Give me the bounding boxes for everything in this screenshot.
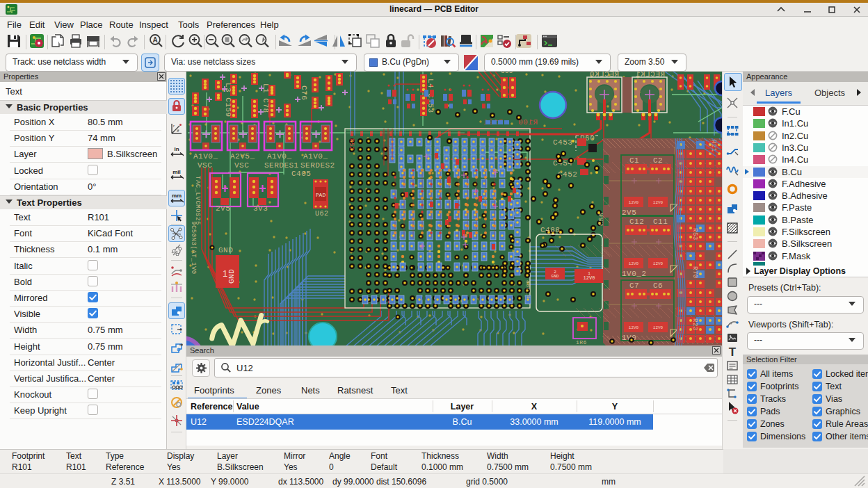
svg-text:GND: GND [552, 274, 559, 279]
svg-text:A1V0_: A1V0_ [267, 152, 292, 161]
svg-text:C83: C83 [192, 72, 204, 74]
svg-text:A1V0_: A1V0_ [303, 152, 328, 161]
svg-text:12V0: 12V0 [629, 200, 639, 205]
svg-text:C6: C6 [653, 282, 663, 290]
svg-text:r: r [173, 124, 175, 128]
svg-text:mil: mil [172, 169, 181, 175]
svg-text:SERDES2: SERDES2 [300, 161, 335, 170]
svg-text:A: A [152, 36, 157, 44]
svg-text:a8C_4: a8C_4 [525, 280, 531, 299]
svg-text:C7: C7 [629, 282, 639, 290]
svg-text:R23: R23 [691, 318, 698, 331]
svg-text:L3 C159: L3 C159 [224, 83, 232, 117]
svg-text:C405: C405 [291, 170, 311, 178]
svg-text:VSC: VSC [234, 161, 249, 170]
svg-text:12V0: 12V0 [653, 200, 664, 205]
svg-text:mm: mm [172, 193, 182, 199]
svg-text:12V0: 12V0 [584, 275, 595, 281]
svg-text:SERDES1: SERDES1 [264, 161, 299, 170]
svg-text:R52: R52 [348, 138, 355, 151]
svg-text:RECLK1: RECLK1 [635, 72, 665, 79]
svg-text:12V0: 12V0 [653, 261, 664, 266]
svg-text:GND: GND [227, 269, 236, 284]
svg-text:R70: R70 [691, 266, 698, 279]
svg-text:C12: C12 [629, 218, 644, 226]
svg-text:R53: R53 [691, 228, 698, 241]
svg-text:A2V5_: A2V5_ [230, 152, 255, 161]
svg-text:A1V0_: A1V0_ [193, 152, 218, 161]
svg-text:9C50N3(AT_1V0: 9C50N3(AT_1V0 [190, 221, 197, 275]
svg-text:C11: C11 [653, 218, 668, 226]
svg-text:C1: C1 [629, 156, 639, 165]
svg-text:TAC_LVCMOS25: TAC_LVCMOS25 [194, 176, 201, 225]
svg-text:2V5: 2V5 [216, 204, 230, 213]
svg-text:θ: θ [177, 129, 179, 133]
svg-text:L1 C78: L1 C78 [262, 83, 270, 113]
svg-text:in: in [174, 146, 179, 152]
svg-text:C55: C55 [501, 72, 513, 75]
svg-text:T: T [729, 345, 737, 359]
svg-text:C2: C2 [653, 156, 663, 165]
svg-text:VSC: VSC [198, 161, 212, 170]
svg-text:RECLK0: RECLK0 [589, 72, 619, 79]
svg-text:GND: GND [218, 246, 233, 254]
svg-text:3V3: 3V3 [253, 204, 268, 213]
svg-text:1V0_2: 1V0_2 [622, 270, 647, 278]
svg-text:C76: C76 [300, 86, 308, 100]
svg-text:12V0: 12V0 [629, 325, 639, 330]
svg-text:C453: C453 [553, 138, 572, 147]
svg-text:1R6: 1R6 [576, 339, 587, 345]
svg-text:C488: C488 [540, 226, 560, 234]
svg-text:U62: U62 [315, 210, 329, 218]
svg-text:12V0: 12V0 [629, 261, 639, 266]
svg-text:PAD: PAD [316, 192, 326, 198]
svg-text:12V0: 12V0 [653, 325, 664, 330]
